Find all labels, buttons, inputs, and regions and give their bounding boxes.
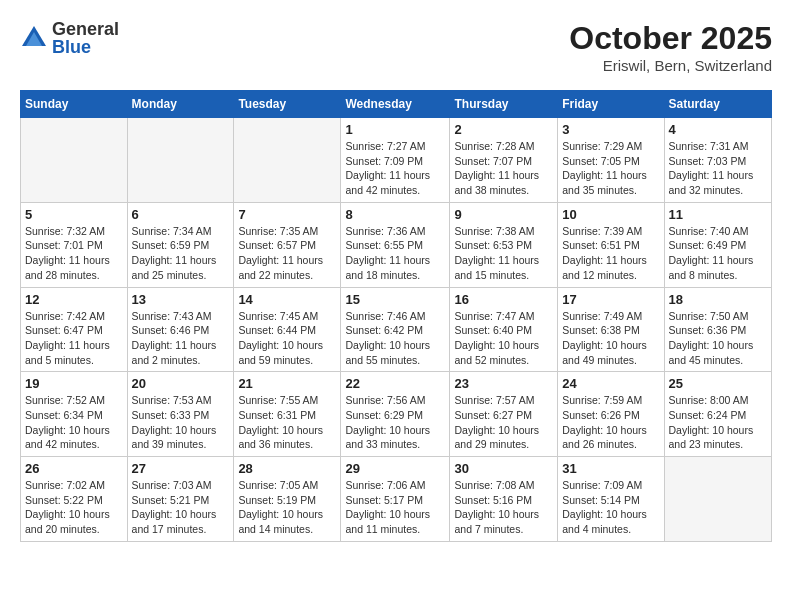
day-number: 8 [345, 207, 445, 222]
calendar-week-row: 26Sunrise: 7:02 AMSunset: 5:22 PMDayligh… [21, 457, 772, 542]
calendar-cell: 20Sunrise: 7:53 AMSunset: 6:33 PMDayligh… [127, 372, 234, 457]
calendar-table: SundayMondayTuesdayWednesdayThursdayFrid… [20, 90, 772, 542]
calendar-cell: 18Sunrise: 7:50 AMSunset: 6:36 PMDayligh… [664, 287, 771, 372]
calendar-cell: 25Sunrise: 8:00 AMSunset: 6:24 PMDayligh… [664, 372, 771, 457]
day-info: Sunrise: 7:46 AMSunset: 6:42 PMDaylight:… [345, 309, 445, 368]
calendar-cell [21, 118, 128, 203]
location: Eriswil, Bern, Switzerland [569, 57, 772, 74]
weekday-header-friday: Friday [558, 91, 664, 118]
day-info: Sunrise: 7:55 AMSunset: 6:31 PMDaylight:… [238, 393, 336, 452]
day-info: Sunrise: 7:28 AMSunset: 7:07 PMDaylight:… [454, 139, 553, 198]
calendar-cell: 17Sunrise: 7:49 AMSunset: 6:38 PMDayligh… [558, 287, 664, 372]
day-number: 10 [562, 207, 659, 222]
calendar-cell: 8Sunrise: 7:36 AMSunset: 6:55 PMDaylight… [341, 202, 450, 287]
logo-text: General Blue [52, 20, 119, 56]
day-info: Sunrise: 7:45 AMSunset: 6:44 PMDaylight:… [238, 309, 336, 368]
day-number: 13 [132, 292, 230, 307]
calendar-cell: 14Sunrise: 7:45 AMSunset: 6:44 PMDayligh… [234, 287, 341, 372]
calendar-cell: 1Sunrise: 7:27 AMSunset: 7:09 PMDaylight… [341, 118, 450, 203]
month-title: October 2025 [569, 20, 772, 57]
weekday-header-thursday: Thursday [450, 91, 558, 118]
calendar-cell: 30Sunrise: 7:08 AMSunset: 5:16 PMDayligh… [450, 457, 558, 542]
calendar-cell: 31Sunrise: 7:09 AMSunset: 5:14 PMDayligh… [558, 457, 664, 542]
day-number: 22 [345, 376, 445, 391]
day-number: 25 [669, 376, 767, 391]
day-number: 7 [238, 207, 336, 222]
calendar-cell: 19Sunrise: 7:52 AMSunset: 6:34 PMDayligh… [21, 372, 128, 457]
calendar-cell: 22Sunrise: 7:56 AMSunset: 6:29 PMDayligh… [341, 372, 450, 457]
day-number: 12 [25, 292, 123, 307]
day-number: 4 [669, 122, 767, 137]
day-info: Sunrise: 7:31 AMSunset: 7:03 PMDaylight:… [669, 139, 767, 198]
day-number: 3 [562, 122, 659, 137]
day-info: Sunrise: 7:49 AMSunset: 6:38 PMDaylight:… [562, 309, 659, 368]
calendar-cell: 9Sunrise: 7:38 AMSunset: 6:53 PMDaylight… [450, 202, 558, 287]
day-info: Sunrise: 7:29 AMSunset: 7:05 PMDaylight:… [562, 139, 659, 198]
day-info: Sunrise: 7:32 AMSunset: 7:01 PMDaylight:… [25, 224, 123, 283]
calendar-cell: 28Sunrise: 7:05 AMSunset: 5:19 PMDayligh… [234, 457, 341, 542]
calendar-cell: 12Sunrise: 7:42 AMSunset: 6:47 PMDayligh… [21, 287, 128, 372]
day-info: Sunrise: 7:35 AMSunset: 6:57 PMDaylight:… [238, 224, 336, 283]
day-info: Sunrise: 7:50 AMSunset: 6:36 PMDaylight:… [669, 309, 767, 368]
calendar-cell: 15Sunrise: 7:46 AMSunset: 6:42 PMDayligh… [341, 287, 450, 372]
weekday-header-tuesday: Tuesday [234, 91, 341, 118]
day-number: 26 [25, 461, 123, 476]
day-info: Sunrise: 7:03 AMSunset: 5:21 PMDaylight:… [132, 478, 230, 537]
day-info: Sunrise: 7:43 AMSunset: 6:46 PMDaylight:… [132, 309, 230, 368]
weekday-header-sunday: Sunday [21, 91, 128, 118]
calendar-cell [234, 118, 341, 203]
calendar-cell: 7Sunrise: 7:35 AMSunset: 6:57 PMDaylight… [234, 202, 341, 287]
day-number: 20 [132, 376, 230, 391]
day-number: 14 [238, 292, 336, 307]
calendar-cell: 11Sunrise: 7:40 AMSunset: 6:49 PMDayligh… [664, 202, 771, 287]
day-number: 19 [25, 376, 123, 391]
calendar-cell: 16Sunrise: 7:47 AMSunset: 6:40 PMDayligh… [450, 287, 558, 372]
day-info: Sunrise: 7:52 AMSunset: 6:34 PMDaylight:… [25, 393, 123, 452]
day-number: 28 [238, 461, 336, 476]
day-info: Sunrise: 7:08 AMSunset: 5:16 PMDaylight:… [454, 478, 553, 537]
calendar-cell: 21Sunrise: 7:55 AMSunset: 6:31 PMDayligh… [234, 372, 341, 457]
day-info: Sunrise: 7:36 AMSunset: 6:55 PMDaylight:… [345, 224, 445, 283]
calendar-cell [127, 118, 234, 203]
day-info: Sunrise: 7:34 AMSunset: 6:59 PMDaylight:… [132, 224, 230, 283]
day-info: Sunrise: 7:47 AMSunset: 6:40 PMDaylight:… [454, 309, 553, 368]
day-number: 29 [345, 461, 445, 476]
day-number: 23 [454, 376, 553, 391]
day-info: Sunrise: 7:06 AMSunset: 5:17 PMDaylight:… [345, 478, 445, 537]
calendar-week-row: 1Sunrise: 7:27 AMSunset: 7:09 PMDaylight… [21, 118, 772, 203]
day-number: 15 [345, 292, 445, 307]
title-block: October 2025 Eriswil, Bern, Switzerland [569, 20, 772, 74]
day-number: 17 [562, 292, 659, 307]
day-info: Sunrise: 7:53 AMSunset: 6:33 PMDaylight:… [132, 393, 230, 452]
day-info: Sunrise: 7:56 AMSunset: 6:29 PMDaylight:… [345, 393, 445, 452]
calendar-cell: 10Sunrise: 7:39 AMSunset: 6:51 PMDayligh… [558, 202, 664, 287]
day-number: 30 [454, 461, 553, 476]
logo-general: General [52, 20, 119, 38]
calendar-week-row: 19Sunrise: 7:52 AMSunset: 6:34 PMDayligh… [21, 372, 772, 457]
day-number: 16 [454, 292, 553, 307]
day-info: Sunrise: 7:38 AMSunset: 6:53 PMDaylight:… [454, 224, 553, 283]
calendar-cell: 24Sunrise: 7:59 AMSunset: 6:26 PMDayligh… [558, 372, 664, 457]
day-number: 2 [454, 122, 553, 137]
calendar-cell: 6Sunrise: 7:34 AMSunset: 6:59 PMDaylight… [127, 202, 234, 287]
day-info: Sunrise: 8:00 AMSunset: 6:24 PMDaylight:… [669, 393, 767, 452]
calendar-week-row: 12Sunrise: 7:42 AMSunset: 6:47 PMDayligh… [21, 287, 772, 372]
calendar-cell: 13Sunrise: 7:43 AMSunset: 6:46 PMDayligh… [127, 287, 234, 372]
calendar-cell: 29Sunrise: 7:06 AMSunset: 5:17 PMDayligh… [341, 457, 450, 542]
day-number: 1 [345, 122, 445, 137]
day-info: Sunrise: 7:02 AMSunset: 5:22 PMDaylight:… [25, 478, 123, 537]
calendar-cell [664, 457, 771, 542]
day-number: 18 [669, 292, 767, 307]
calendar-week-row: 5Sunrise: 7:32 AMSunset: 7:01 PMDaylight… [21, 202, 772, 287]
logo: General Blue [20, 20, 119, 56]
day-number: 9 [454, 207, 553, 222]
weekday-header-saturday: Saturday [664, 91, 771, 118]
weekday-header-wednesday: Wednesday [341, 91, 450, 118]
day-number: 27 [132, 461, 230, 476]
day-number: 24 [562, 376, 659, 391]
calendar-cell: 5Sunrise: 7:32 AMSunset: 7:01 PMDaylight… [21, 202, 128, 287]
day-info: Sunrise: 7:09 AMSunset: 5:14 PMDaylight:… [562, 478, 659, 537]
calendar-cell: 23Sunrise: 7:57 AMSunset: 6:27 PMDayligh… [450, 372, 558, 457]
day-info: Sunrise: 7:57 AMSunset: 6:27 PMDaylight:… [454, 393, 553, 452]
weekday-header-monday: Monday [127, 91, 234, 118]
